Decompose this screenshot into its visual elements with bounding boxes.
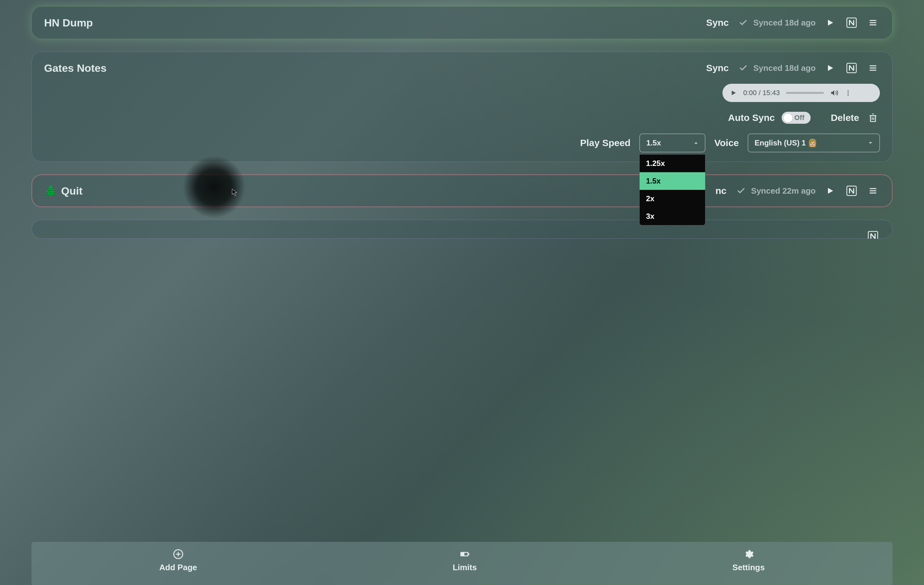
bottom-label: Limits (452, 563, 477, 572)
svg-point-12 (848, 92, 849, 94)
gear-icon (743, 549, 754, 560)
audio-time: 0:00 / 15:43 (743, 89, 780, 97)
page-card-partial (31, 220, 893, 239)
card-header: 🌲 Quit nc Synced 22m ago (44, 184, 880, 198)
bottom-label: Settings (733, 563, 765, 572)
voice-label: Voice (714, 138, 739, 148)
caret-down-icon (868, 140, 873, 145)
svg-point-13 (848, 94, 849, 96)
synced-text: Synced 18d ago (753, 18, 816, 28)
auto-sync-label: Auto Sync (728, 112, 775, 123)
card-title: 🌲 Quit (44, 185, 708, 197)
svg-point-11 (848, 91, 849, 92)
svg-marker-10 (732, 91, 736, 96)
menu-icon[interactable] (866, 16, 880, 30)
svg-rect-24 (868, 231, 878, 239)
notion-icon[interactable] (845, 184, 858, 198)
speed-option[interactable]: 1.25x (640, 155, 705, 172)
bottom-nav: Add Page Limits Settings (31, 542, 893, 585)
play-speed-dropdown: 1.25x 1.5x 2x 3x (639, 154, 705, 226)
svg-marker-19 (828, 188, 833, 194)
play-button[interactable] (823, 184, 837, 198)
check-icon (736, 16, 750, 30)
speed-option[interactable]: 3x (640, 208, 705, 225)
settings-button[interactable]: Settings (733, 549, 765, 572)
synced-text: Synced 22m ago (751, 186, 816, 196)
sync-status: Synced 18d ago (736, 16, 816, 30)
playback-settings-row: Play Speed 1.5x 1.25x 1.5x 2x 3x Voice E… (44, 133, 880, 152)
check-icon (736, 61, 750, 75)
volume-icon[interactable] (830, 89, 838, 97)
menu-icon[interactable] (866, 184, 880, 198)
svg-marker-5 (828, 65, 833, 71)
auto-sync-toggle[interactable]: Off (782, 112, 811, 124)
page-card-hn-dump: HN Dump Sync Synced 18d ago (31, 6, 893, 39)
svg-marker-18 (869, 142, 872, 143)
add-page-button[interactable]: Add Page (159, 549, 197, 572)
sync-status: Synced 18d ago (736, 61, 816, 75)
play-speed-label: Play Speed (580, 138, 630, 148)
limits-button[interactable]: Limits (452, 549, 477, 572)
auto-sync-delete-row: Auto Sync Off Delete (728, 111, 880, 125)
trash-icon[interactable] (866, 111, 880, 125)
voice-select[interactable]: English (US) 1 👩🏼 (747, 133, 880, 152)
card-header: HN Dump Sync Synced 18d ago (44, 16, 880, 30)
sync-button[interactable]: Sync (706, 17, 729, 28)
notion-icon[interactable] (866, 229, 880, 239)
check-icon (734, 184, 748, 198)
audio-player[interactable]: 0:00 / 15:43 (723, 84, 880, 102)
play-button[interactable] (823, 16, 837, 30)
play-speed-select[interactable]: 1.5x (639, 133, 705, 152)
battery-icon (459, 549, 470, 560)
synced-text: Synced 18d ago (753, 63, 816, 73)
menu-icon[interactable] (866, 61, 880, 75)
page-card-gates-notes: Gates Notes Sync Synced 18d ago 0:00 / 1… (31, 52, 893, 162)
card-title: HN Dump (44, 17, 698, 29)
sync-button[interactable]: nc (716, 185, 726, 196)
card-emoji: 🌲 (44, 185, 57, 197)
card-header (44, 229, 880, 239)
sync-button[interactable]: Sync (706, 63, 729, 73)
notion-icon[interactable] (845, 16, 858, 30)
svg-marker-17 (695, 142, 698, 143)
audio-progress-bar[interactable] (786, 92, 824, 94)
svg-rect-29 (462, 553, 464, 555)
play-speed-value: 1.5x (646, 138, 661, 147)
audio-menu-icon[interactable] (845, 89, 851, 96)
svg-marker-0 (828, 20, 833, 26)
card-expanded-body: 0:00 / 15:43 Auto Sync Off Delete Play S… (44, 84, 880, 152)
audio-play-icon[interactable] (730, 89, 737, 96)
card-title: Gates Notes (44, 62, 698, 74)
speed-option[interactable]: 2x (640, 190, 705, 208)
card-title-text: Quit (61, 185, 82, 197)
notion-icon[interactable] (845, 61, 858, 75)
sync-status: Synced 22m ago (734, 184, 816, 198)
caret-up-icon (693, 140, 698, 145)
voice-value: English (US) 1 👩🏼 (754, 138, 817, 147)
delete-button[interactable]: Delete (831, 112, 859, 123)
page-card-quit: 🌲 Quit nc Synced 22m ago (31, 175, 893, 207)
card-header: Gates Notes Sync Synced 18d ago (44, 61, 880, 75)
plus-circle-icon (173, 549, 183, 560)
bottom-label: Add Page (159, 563, 197, 572)
svg-rect-14 (870, 115, 876, 122)
play-button[interactable] (823, 61, 837, 75)
speed-option[interactable]: 1.5x (640, 172, 705, 190)
